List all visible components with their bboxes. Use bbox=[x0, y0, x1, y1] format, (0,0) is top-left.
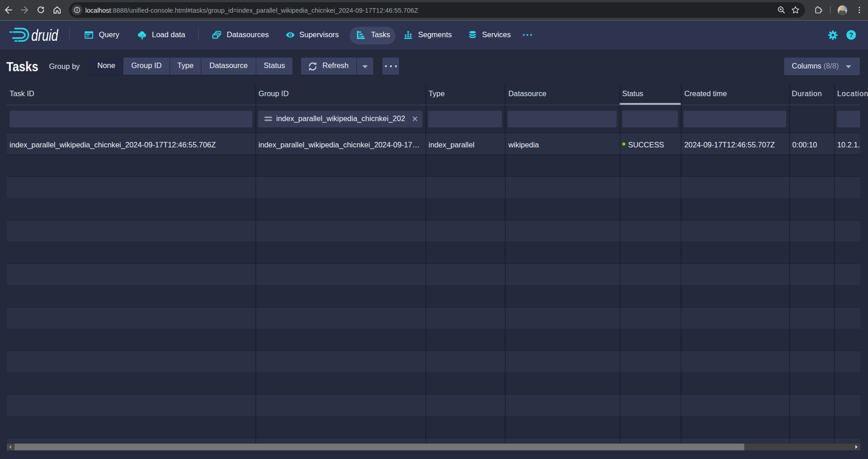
svg-text:?: ? bbox=[849, 31, 853, 39]
